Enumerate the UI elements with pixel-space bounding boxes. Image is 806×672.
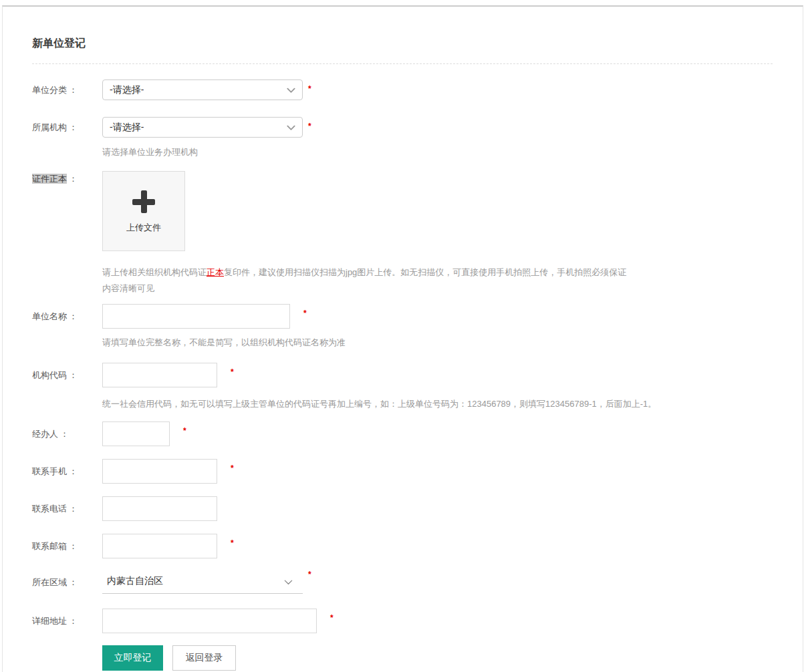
certificate-label-text: 证件正本 [32, 174, 67, 184]
org-code-input[interactable] [102, 363, 217, 387]
region-select[interactable]: 内蒙古自治区 [102, 568, 303, 594]
back-to-login-button[interactable]: 返回登录 [172, 645, 236, 671]
form-row-agent: 经办人： * [32, 422, 773, 446]
required-asterisk: * [231, 367, 234, 377]
address-label: 详细地址： [32, 609, 102, 627]
form-actions-row: 立即登记 返回登录 [32, 645, 773, 671]
certificate-hint-emphasis: 正本 [207, 267, 224, 277]
certificate-hint: 请上传相关组织机构代码证正本复印件，建议使用扫描仪扫描为jpg图片上传。如无扫描… [102, 265, 634, 297]
agent-input[interactable] [102, 422, 170, 446]
form-row-org-code: 机构代码： * 统一社会信用代码，如无可以填写上级主管单位的代码证号再加上编号，… [32, 363, 773, 409]
form-row-address: 详细地址： * [32, 609, 773, 633]
mobile-label: 联系手机： [32, 459, 102, 478]
affiliated-org-hint: 请选择单位业务办理机构 [102, 146, 773, 158]
page-title: 新单位登记 [32, 37, 773, 49]
register-now-button[interactable]: 立即登记 [102, 645, 163, 671]
divider [32, 63, 773, 64]
chevron-down-icon [283, 577, 293, 587]
org-code-label: 机构代码： [32, 363, 102, 381]
form-row-unit-category: 单位分类： -请选择- * [32, 79, 773, 100]
form-row-email: 联系邮箱： * [32, 534, 773, 558]
form-row-unit-name: 单位名称： * 请填写单位完整名称，不能是简写，以组织机构代码证名称为准 [32, 304, 773, 348]
upload-file-button[interactable]: 上传文件 [102, 171, 185, 251]
agent-label: 经办人： [32, 422, 102, 440]
affiliated-org-select[interactable]: -请选择- [102, 117, 303, 138]
region-label: 所在区域： [32, 568, 102, 589]
phone-input[interactable] [102, 496, 217, 521]
mobile-input[interactable] [102, 459, 217, 484]
required-asterisk: * [231, 538, 234, 548]
required-asterisk: * [303, 309, 307, 318]
unit-category-select-value: -请选择- [110, 84, 144, 96]
upload-file-label: 上传文件 [126, 222, 161, 234]
affiliated-org-select-value: -请选择- [110, 122, 144, 134]
registration-panel: 新单位登记 单位分类： -请选择- * 所属机构： [2, 5, 803, 672]
chevron-down-icon [286, 86, 296, 96]
required-asterisk: * [330, 613, 333, 623]
plus-icon [132, 190, 155, 213]
email-label: 联系邮箱： [32, 534, 102, 552]
required-asterisk: * [308, 570, 311, 579]
form-row-region: 所在区域： 内蒙古自治区 * [32, 568, 773, 594]
certificate-label: 证件正本： [32, 171, 102, 185]
required-asterisk: * [231, 464, 234, 473]
unit-name-label: 单位名称： [32, 304, 102, 323]
unit-category-select[interactable]: -请选择- [102, 79, 303, 100]
form-row-mobile: 联系手机： * [32, 459, 773, 484]
form-row-phone: 联系电话： [32, 496, 773, 521]
required-asterisk: * [183, 426, 186, 436]
region-select-value: 内蒙古自治区 [107, 575, 163, 587]
unit-name-hint: 请填写单位完整名称，不能是简写，以组织机构代码证名称为准 [102, 337, 773, 348]
affiliated-org-label: 所属机构： [32, 117, 102, 134]
unit-category-label: 单位分类： [32, 79, 102, 96]
org-code-hint: 统一社会信用代码，如无可以填写上级主管单位的代码证号再加上编号，如：上级单位号码… [102, 398, 773, 409]
chevron-down-icon [286, 123, 296, 133]
address-input[interactable] [102, 609, 317, 633]
required-asterisk: * [308, 122, 311, 131]
phone-label: 联系电话： [32, 496, 102, 515]
unit-name-input[interactable] [102, 304, 290, 329]
required-asterisk: * [308, 84, 311, 94]
form-row-certificate: 证件正本： 上传文件 请上传相关组织机构代码证正本复印件，建议使用扫描仪扫描为j… [32, 171, 773, 297]
form-row-affiliated-org: 所属机构： -请选择- * 请选择单位业务办理机构 [32, 117, 773, 158]
email-input[interactable] [102, 534, 217, 558]
